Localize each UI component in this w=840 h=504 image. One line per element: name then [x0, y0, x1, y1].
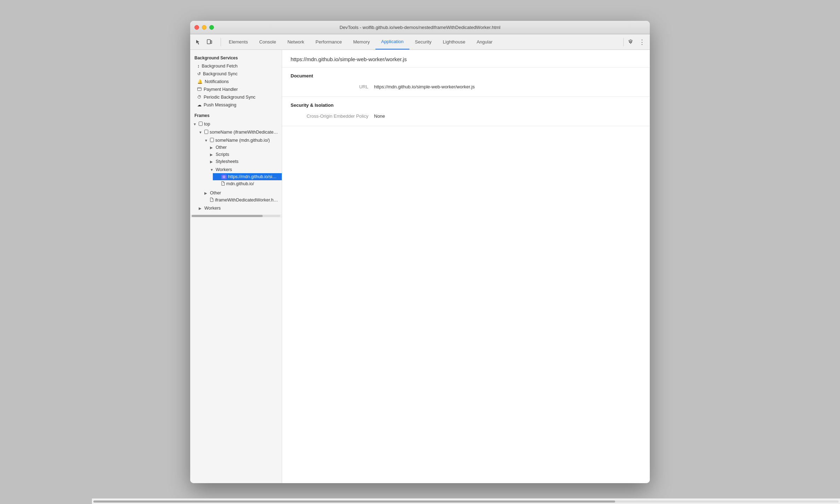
window-title: DevTools - wolfib.github.io/web-demos/ne… [340, 25, 501, 30]
toolbar-divider [221, 38, 221, 46]
sidebar-item-notifications[interactable]: 🔔 Notifications [190, 78, 282, 86]
tree-children-workers: ⚙ https://mdn.github.io/simple-web-worke… [207, 173, 282, 187]
more-button[interactable]: ⋮ [637, 37, 647, 47]
label-workers-top: Workers [204, 206, 221, 211]
tree-row-workers[interactable]: ▼ Workers [207, 166, 282, 173]
tree-children-somename2: ▶ Other ▶ Scripts [202, 144, 282, 188]
tree-row-top[interactable]: ▼ top [190, 121, 282, 128]
tree-row-other2[interactable]: ▶ Other [202, 189, 282, 197]
inspect-element-button[interactable] [193, 37, 203, 47]
tree-row-other1[interactable]: ▶ Other [207, 144, 282, 151]
tree-row-worker-mdn[interactable]: ⚙ https://mdn.github.io/simple-web-worke… [213, 173, 282, 180]
tree-row-stylesheets[interactable]: ▶ Stylesheets [207, 158, 282, 165]
tab-memory[interactable]: Memory [348, 34, 375, 49]
background-sync-icon: ↺ [197, 71, 201, 76]
toggle-workers-top: ▶ [199, 206, 203, 210]
tab-security[interactable]: Security [409, 34, 437, 49]
tab-network[interactable]: Network [282, 34, 310, 49]
sidebar-item-background-sync[interactable]: ↺ Background Sync [190, 70, 282, 78]
toolbar: Elements Console Network Performance Mem… [190, 34, 650, 50]
svg-rect-0 [207, 40, 210, 44]
tab-lighthouse[interactable]: Lighthouse [437, 34, 471, 49]
page-icon-somename2 [210, 138, 214, 143]
label-somename2: someName (mdn.github.io/) [215, 138, 270, 143]
sidebar-item-payment-handler[interactable]: Payment Handler [190, 86, 282, 93]
device-toggle-button[interactable] [204, 37, 214, 47]
label-scripts: Scripts [216, 152, 229, 157]
tab-angular[interactable]: Angular [471, 34, 498, 49]
close-button[interactable] [194, 25, 199, 30]
sidebar-scrollbar-track [192, 215, 280, 217]
main-content: Background Services ↕ Background Fetch ↺… [190, 50, 650, 483]
label-other1: Other [216, 145, 227, 150]
document-section: Document URL https://mdn.github.io/simpl… [282, 68, 650, 97]
minimize-button[interactable] [202, 25, 206, 30]
tab-elements[interactable]: Elements [223, 34, 253, 49]
tab-performance[interactable]: Performance [310, 34, 348, 49]
tab-console[interactable]: Console [253, 34, 282, 49]
page-icon-somename1 [204, 130, 208, 135]
svg-rect-6 [210, 138, 214, 142]
toolbar-divider-2 [623, 38, 624, 46]
toggle-scripts: ▶ [210, 153, 214, 157]
maximize-button[interactable] [209, 25, 214, 30]
toggle-top: ▼ [193, 122, 197, 126]
toggle-workers: ▼ [210, 168, 214, 172]
label-worker-mdn: https://mdn.github.io/simple-web-worker [228, 174, 279, 179]
file-icon-iframe [210, 198, 214, 203]
frames-section: Frames ▼ top [190, 109, 282, 214]
security-section: Security & Isolation Cross-Origin Embedd… [282, 97, 650, 126]
toolbar-icons [193, 37, 214, 47]
svg-rect-5 [205, 130, 208, 134]
settings-button[interactable] [626, 37, 636, 47]
tab-application[interactable]: Application [375, 34, 409, 49]
titlebar: DevTools - wolfib.github.io/web-demos/ne… [190, 21, 650, 34]
sidebar-item-periodic-background-sync[interactable]: ⏱ Periodic Background Sync [190, 93, 282, 101]
toggle-other2: ▶ [204, 191, 209, 195]
push-messaging-icon: ☁ [197, 102, 202, 107]
tree-node-workers: ▼ Workers ⚙ [207, 165, 282, 188]
sidebar-scrollbar[interactable] [190, 214, 282, 218]
toggle-stylesheets: ▶ [210, 160, 214, 164]
label-somename1: someName (iframeWithDedicatedWorker.html… [210, 130, 279, 135]
label-workers: Workers [216, 167, 232, 172]
tabs-container: Elements Console Network Performance Mem… [223, 34, 621, 49]
label-iframe-file: iframeWithDedicatedWorker.html [215, 198, 279, 203]
tree-row-workers-top[interactable]: ▶ Workers [196, 205, 282, 212]
device-icon [206, 39, 212, 45]
toggle-somename1: ▼ [199, 130, 203, 134]
svg-rect-4 [199, 122, 203, 126]
devtools-window: DevTools - wolfib.github.io/web-demos/ne… [190, 21, 650, 483]
tree-row-iframe-file[interactable]: iframeWithDedicatedWorker.html [202, 197, 282, 204]
notifications-icon: 🔔 [197, 79, 203, 84]
sidebar-item-push-messaging[interactable]: ☁ Push Messaging [190, 101, 282, 109]
tree-node-top: ▼ top ▼ [190, 119, 282, 213]
frames-label: Frames [190, 110, 282, 119]
toolbar-actions: ⋮ [626, 37, 647, 47]
periodic-sync-icon: ⏱ [197, 95, 202, 100]
detail-url: https://mdn.github.io/simple-web-worker/… [282, 50, 650, 68]
traffic-lights [194, 25, 214, 30]
detail-row-url: URL https://mdn.github.io/simple-web-wor… [291, 83, 641, 91]
payment-handler-icon [197, 87, 202, 92]
tree-row-somename2[interactable]: ▼ someName (mdn.github.io/) [202, 137, 282, 144]
sidebar-item-background-fetch[interactable]: ↕ Background Fetch [190, 62, 282, 70]
tree-children-top: ▼ someName (iframeWithDedicatedWorker.ht… [190, 128, 282, 212]
label-other2: Other [210, 191, 221, 195]
tree-row-mdn-file[interactable]: mdn.github.io/ [213, 180, 282, 187]
detail-value-url: https://mdn.github.io/simple-web-worker/… [374, 84, 475, 89]
label-top: top [204, 122, 210, 127]
detail-key-url: URL [291, 84, 368, 89]
toggle-other1: ▶ [210, 146, 214, 150]
svg-rect-1 [211, 41, 212, 43]
detail-key-coep: Cross-Origin Embedder Policy [291, 113, 368, 119]
tree-row-scripts[interactable]: ▶ Scripts [207, 151, 282, 158]
tree-children-somename1: ▼ someName (mdn.github.io/) [196, 136, 282, 204]
background-fetch-icon: ↕ [197, 63, 200, 69]
tree-row-somename1[interactable]: ▼ someName (iframeWithDedicatedWorker.ht… [196, 129, 282, 136]
svg-rect-2 [198, 88, 202, 91]
toggle-somename2: ▼ [204, 139, 209, 142]
detail-row-coep: Cross-Origin Embedder Policy None [291, 112, 641, 120]
file-icon-mdn [221, 181, 225, 186]
detail-panel: https://mdn.github.io/simple-web-worker/… [282, 50, 650, 483]
